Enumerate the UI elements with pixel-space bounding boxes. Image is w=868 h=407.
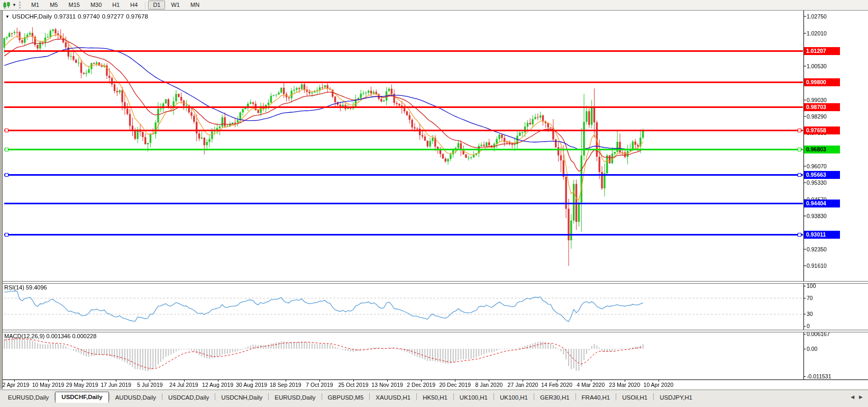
line-handle[interactable] — [798, 129, 801, 132]
price-tick-label: 0.96070 — [807, 163, 827, 169]
tab-scroll-left-icon[interactable]: ◀ — [851, 394, 854, 400]
date-tick-label: 23 Mar 2020 — [609, 382, 640, 388]
chart-tab-usdcnh-daily[interactable]: USDCNH,Daily — [215, 393, 268, 403]
rsi-scale-label: 30 — [807, 311, 813, 317]
chart-tab-audusd-daily[interactable]: AUDUSD,Daily — [109, 393, 162, 403]
price-level-badge: 0.96803 — [804, 146, 840, 153]
toolbar-separator — [145, 2, 145, 9]
price-level-badge: 1.01207 — [804, 47, 840, 55]
dropdown-arrow-icon[interactable]: ▼ — [12, 3, 16, 7]
chart-context-arrow-icon[interactable]: ▼ — [5, 14, 10, 19]
horizontal-level-line[interactable] — [4, 203, 803, 204]
timeframe-button-m1[interactable]: M1 — [26, 1, 44, 10]
price-tick-label: 0.93830 — [807, 213, 827, 219]
line-handle[interactable] — [798, 148, 801, 151]
ohlc-close: 0.97678 — [126, 13, 148, 20]
price-axis-border — [803, 10, 804, 379]
price-tick-label: 1.02010 — [807, 30, 827, 37]
horizontal-level-line[interactable] — [4, 149, 803, 150]
date-tick-label: 10 May 2019 — [32, 382, 65, 388]
date-tick-label: 24 Jul 2019 — [169, 382, 198, 388]
chart-tab-usdcad-daily[interactable]: USDCAD,Daily — [162, 393, 215, 403]
date-tick-label: 29 May 2019 — [66, 382, 98, 388]
date-tick-label: 8 Jan 2020 — [475, 382, 502, 388]
price-tick-label: 1.02750 — [807, 13, 827, 20]
date-tick-label: 7 Oct 2019 — [306, 382, 333, 388]
rsi-indicator-label: RSI(14) 59.4096 — [4, 284, 47, 291]
chart-type-icon[interactable] — [2, 1, 12, 9]
price-level-badge: 0.97658 — [804, 126, 840, 134]
date-tick-label: 27 Jan 2020 — [508, 382, 538, 388]
timeframe-button-m5[interactable]: M5 — [45, 1, 62, 10]
price-tick-label: 1.00530 — [807, 63, 827, 69]
horizontal-level-line[interactable] — [4, 130, 803, 131]
horizontal-level-line[interactable] — [4, 234, 803, 236]
time-axis-border — [0, 379, 868, 380]
toolbar-grip[interactable] — [19, 2, 23, 8]
date-tick-label: 2 Dec 2019 — [407, 382, 435, 388]
price-tick-label: 0.98290 — [807, 113, 827, 120]
rsi-macd-divider[interactable] — [0, 330, 868, 332]
chart-tab-uk100-h1[interactable]: UK100,H1 — [454, 393, 494, 403]
date-tick-label: 4 Mar 2020 — [577, 382, 605, 388]
chart-tab-uk100-h1[interactable]: UK100,H1 — [494, 393, 534, 403]
chart-tab-usdjpy-h1[interactable]: USDJPY,H1 — [654, 393, 698, 403]
horizontal-level-line[interactable] — [4, 50, 803, 52]
horizontal-level-line[interactable] — [4, 106, 803, 108]
line-handle[interactable] — [5, 129, 8, 132]
macd-scale-label: 0.00 — [807, 346, 817, 352]
ohlc-low: 0.97277 — [102, 13, 124, 20]
chart-tab-hk50-h1[interactable]: HK50,H1 — [417, 393, 453, 403]
date-tick-label: 20 Dec 2019 — [440, 382, 471, 388]
timeframe-button-h1[interactable]: H1 — [107, 1, 124, 10]
chart-symbol-label: USDCHF,Daily — [12, 13, 52, 20]
timeframe-toolbar: ▼ M1M5M15M30H1H4D1W1MN — [0, 0, 868, 11]
chart-tab-usoil-h1[interactable]: USOil,H1 — [616, 393, 653, 403]
date-tick-label: 14 Feb 2020 — [541, 382, 572, 388]
window-left-border — [0, 10, 3, 389]
price-level-badge: 0.99800 — [804, 78, 840, 86]
price-level-badge: 0.98703 — [804, 103, 840, 111]
line-handle[interactable] — [5, 173, 8, 177]
date-tick-label: 5 Jul 2019 — [137, 382, 162, 388]
chart-tab-fra40-h1[interactable]: FRA40,H1 — [576, 393, 616, 403]
date-tick-label: 13 Nov 2019 — [371, 382, 403, 388]
price-level-badge: 0.95663 — [804, 171, 840, 179]
timeframe-button-m30[interactable]: M30 — [86, 1, 106, 10]
price-tick-label: 0.92350 — [807, 246, 827, 252]
timeframe-button-m15[interactable]: M15 — [63, 1, 84, 10]
chart-tab-gbpusd-m5[interactable]: GBPUSD,M5 — [322, 393, 370, 403]
line-handle[interactable] — [5, 148, 8, 151]
date-tick-label: 17 Jun 2019 — [100, 382, 131, 388]
chart-title: ▼USDCHF,Daily0.973110.977400.972770.9767… — [5, 13, 150, 20]
timeframe-button-w1[interactable]: W1 — [166, 1, 185, 10]
chart-tab-eurusd-daily[interactable]: EURUSD,Daily — [2, 393, 54, 403]
main-rsi-divider[interactable] — [0, 281, 868, 284]
mt4-chart-window: ▼ M1M5M15M30H1H4D1W1MN ▼USDCHF,Daily0.97… — [0, 0, 868, 407]
date-tick-label: 30 Aug 2019 — [236, 382, 267, 388]
date-tick-label: 10 Apr 2020 — [644, 382, 674, 388]
line-handle[interactable] — [5, 233, 8, 237]
rsi-scale-label: 0 — [807, 323, 810, 329]
line-handle[interactable] — [798, 233, 801, 237]
price-tick-label: 0.99030 — [807, 97, 827, 103]
macd-indicator-label: MACD(12,26,9) 0.001346 0.000228 — [4, 333, 96, 339]
horizontal-level-line[interactable] — [4, 82, 803, 83]
price-level-badge: 0.94404 — [804, 200, 840, 207]
chart-tab-xauusd-h1[interactable]: XAUUSD,H1 — [370, 393, 416, 403]
date-tick-label: 18 Sep 2019 — [270, 382, 301, 388]
chart-tab-eurusd-daily[interactable]: EURUSD,Daily — [269, 393, 321, 403]
timeframe-button-h4[interactable]: H4 — [125, 1, 142, 10]
date-tick-label: 25 Oct 2019 — [338, 382, 368, 388]
ohlc-open: 0.97311 — [54, 13, 76, 20]
tab-scroll-right-icon[interactable]: ▶ — [859, 394, 863, 400]
chart-tab-usdchf-daily[interactable]: USDCHF,Daily — [55, 392, 108, 403]
horizontal-level-line[interactable] — [4, 174, 803, 176]
macd-scale-label: -0.011531 — [807, 373, 832, 379]
chart-tab-ger30-h1[interactable]: GER30,H1 — [534, 393, 575, 403]
price-tick-label: 0.95330 — [807, 179, 827, 186]
timeframe-button-mn[interactable]: MN — [186, 1, 204, 10]
timeframe-button-d1[interactable]: D1 — [148, 1, 165, 10]
line-handle[interactable] — [798, 173, 801, 177]
rsi-scale-label: 70 — [807, 295, 813, 301]
